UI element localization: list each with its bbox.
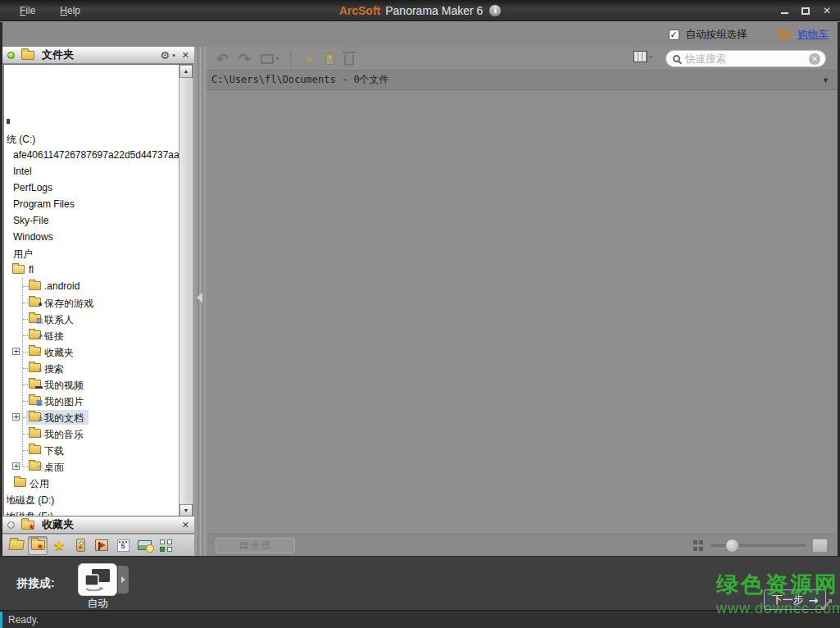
expand-icon[interactable]: + — [12, 348, 20, 355]
folder-open-icon — [12, 265, 25, 274]
tag-icon[interactable] — [325, 53, 334, 65]
tree-item-label: 保存的游戏 — [44, 297, 93, 311]
tree-item-label: 联系人 — [44, 313, 74, 327]
tree-item-label: 地磁盘 (D:) — [6, 494, 54, 507]
separator — [290, 52, 292, 66]
stitch-mode-button[interactable] — [78, 563, 117, 596]
menu-help[interactable]: Help — [55, 3, 85, 18]
gear-icon[interactable]: ⚙ — [161, 50, 170, 61]
folder-star-icon[interactable] — [28, 536, 48, 555]
zoom-slider[interactable] — [711, 544, 806, 548]
rotate-left-icon[interactable]: ↶ — [216, 52, 229, 66]
auto-stitch-icon — [84, 568, 111, 591]
tree-item[interactable]: 我的音乐 — [4, 425, 180, 442]
tree-item[interactable]: 保存的游戏 — [4, 294, 180, 311]
expand-icon[interactable]: + — [12, 462, 20, 470]
folder-desktop-icon — [29, 462, 41, 471]
tree-item[interactable]: 联系人 — [4, 311, 180, 327]
tree-item-label: 链接 — [44, 330, 64, 344]
expand-icon[interactable]: + — [12, 413, 20, 421]
open-folder-icon[interactable] — [7, 536, 26, 555]
tree-item[interactable]: .android — [4, 278, 180, 294]
arrow-right-icon: → — [809, 594, 819, 607]
tree-item[interactable]: 搜索 — [4, 360, 180, 376]
tree-item-label: 用户 — [13, 248, 33, 262]
tree-item[interactable]: Program Files — [4, 196, 180, 212]
thumbnail-area[interactable] — [207, 90, 838, 534]
tree-item[interactable]: 公用 — [4, 475, 180, 491]
view-mode-button[interactable]: ▾ — [633, 51, 652, 62]
stitch-mode-dropdown[interactable] — [118, 566, 129, 594]
path-bar: C:\Users\fl\Documents - 0个文件 ▼ — [207, 71, 838, 90]
browser-toolbar: ↶↷▾★ ▾ ✕ — [207, 47, 838, 71]
tree-item[interactable]: 链接 — [4, 327, 180, 344]
tree-item[interactable]: fl — [4, 262, 180, 278]
panel-splitter[interactable] — [194, 47, 207, 556]
tag-star-icon[interactable] — [70, 536, 90, 555]
status-bar: Ready. — [0, 610, 840, 628]
status-accent — [0, 612, 2, 628]
calendar-icon[interactable]: 5 — [113, 536, 133, 555]
chevron-right-icon — [121, 576, 125, 583]
trash-icon[interactable] — [344, 55, 354, 66]
grid-squares-icon[interactable] — [156, 536, 175, 555]
info-icon[interactable]: i — [489, 5, 501, 16]
auto-group-checkbox[interactable]: ✓ — [669, 30, 679, 40]
grid-view-icon — [633, 51, 647, 62]
tree-item[interactable]: afe406114726787697a22d5d44737aa — [4, 147, 180, 163]
resize-grip-icon[interactable] — [820, 598, 833, 611]
menu-bar: FileHelp — [15, 0, 85, 21]
tree-item[interactable]: 我的视频 — [4, 376, 180, 393]
tree-item-label: PerfLogs — [13, 182, 52, 193]
tree-item[interactable]: +我的文档 — [4, 409, 180, 425]
tree-item-label: 公用 — [30, 477, 49, 491]
tree-item[interactable]: +收藏夹 — [4, 344, 180, 360]
collapse-left-icon[interactable] — [197, 293, 202, 303]
clear-search-icon[interactable]: ✕ — [809, 53, 820, 65]
next-button[interactable]: 下一步 → — [764, 589, 826, 610]
chevron-down-icon: ▾ — [649, 53, 652, 61]
image-menu-icon[interactable]: ▾ — [261, 54, 279, 64]
tree-item[interactable]: 地磁盘 (F:) — [4, 507, 180, 517]
sub-toolbar: ✓ 自动按组选择 购物车 — [0, 22, 840, 47]
tree-item[interactable]: Windows — [4, 229, 180, 245]
browser-bottom-strip: 全选 — [207, 534, 838, 556]
stitch-mode-label: 自动 — [73, 597, 122, 611]
tree-item[interactable]: 下载 — [4, 442, 180, 458]
path-dropdown-icon[interactable]: ▼ — [822, 76, 829, 84]
photo-clock-icon[interactable] — [134, 536, 154, 555]
minimize-button[interactable] — [778, 4, 791, 17]
tree-item[interactable]: 统 (C:) — [4, 130, 180, 147]
search-icon — [673, 55, 680, 62]
tree-item[interactable]: 地磁盘 (D:) — [4, 491, 180, 507]
tree-item[interactable]: 用户 — [4, 245, 180, 262]
small-thumbs-icon[interactable] — [693, 540, 704, 551]
tree-scrollbar[interactable]: ▲ ▼ — [179, 65, 192, 517]
close-panel-icon[interactable]: ✕ — [182, 50, 189, 61]
zoom-slider-thumb[interactable] — [725, 539, 739, 553]
star-icon[interactable]: ★ — [49, 536, 69, 555]
large-thumbs-icon[interactable] — [812, 539, 828, 553]
close-panel-icon[interactable]: ✕ — [182, 520, 189, 530]
shopping-cart-icon[interactable] — [775, 28, 792, 41]
cart-link[interactable]: 购物车 — [798, 28, 829, 42]
status-text: Ready. — [8, 614, 39, 626]
tree-item[interactable]: Intel — [4, 163, 180, 180]
tree-item[interactable]: Sky-File — [4, 212, 180, 229]
folder-contacts-icon — [29, 314, 41, 323]
rotate-right-icon[interactable]: ↷ — [238, 52, 251, 66]
scroll-down-icon[interactable]: ▼ — [179, 504, 193, 517]
maximize-button[interactable] — [799, 4, 812, 17]
menu-file[interactable]: File — [15, 3, 40, 18]
tree-item[interactable]: +桌面 — [4, 458, 180, 475]
favorite-star-icon[interactable]: ★ — [303, 52, 315, 66]
tree-item-label: Intel — [13, 166, 32, 177]
search-input[interactable] — [683, 52, 809, 66]
select-all-button[interactable]: 全选 — [216, 538, 295, 553]
flag-icon[interactable] — [92, 536, 111, 555]
folder-links-icon — [29, 330, 41, 339]
scroll-up-icon[interactable]: ▲ — [179, 65, 193, 78]
close-button[interactable]: ✕ — [820, 4, 833, 17]
tree-item[interactable]: 我的图片 — [4, 393, 180, 409]
tree-item[interactable]: PerfLogs — [4, 180, 180, 196]
